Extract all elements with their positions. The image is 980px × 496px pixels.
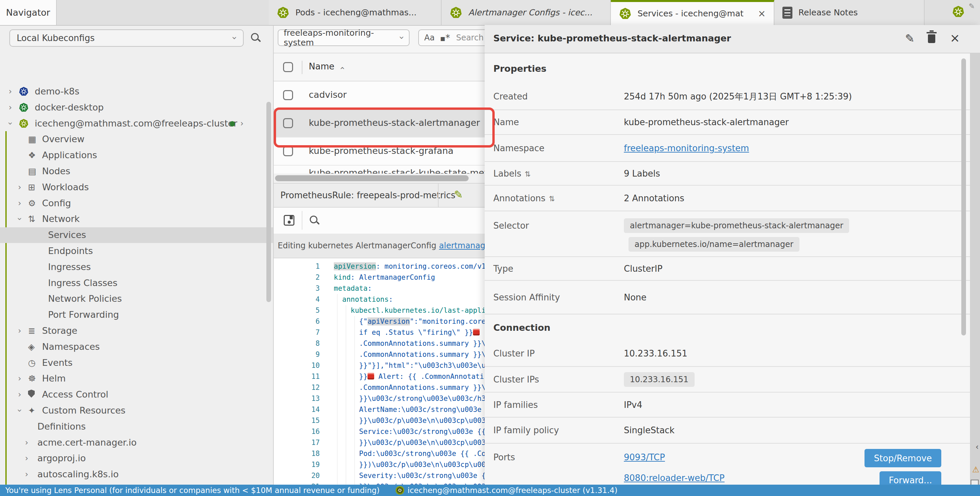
sort-toggle-icon[interactable]: ⇅	[525, 170, 531, 178]
edit-icon[interactable]: ✎	[905, 32, 915, 45]
chevron-right-icon[interactable]: ›	[9, 87, 12, 96]
sidebar-item-overview[interactable]: ▦Overview	[0, 132, 274, 147]
chevron-right-icon[interactable]: ›	[240, 119, 243, 128]
stop-remove-button[interactable]: Stop/Remove	[864, 449, 941, 467]
code-line[interactable]: 1apiVersion: monitoring.coreos.com/v1	[274, 261, 485, 272]
kubeconfig-select[interactable]: Local Kubeconfigs ›	[10, 29, 243, 47]
code-line[interactable]: 6 {"apiVersion":"monitoring.core	[274, 316, 485, 327]
breadcrumb-link[interactable]: alertmanager	[439, 241, 485, 250]
namespace-link[interactable]: freeleaps-monitoring-system	[624, 143, 749, 153]
sidebar-item-workloads[interactable]: ›⊞Workloads	[0, 180, 274, 195]
code-line[interactable]: 15 }}\u003c/p\u003e\n\u003cp\u003	[274, 415, 485, 426]
delete-icon[interactable]	[928, 34, 935, 43]
sidebar-scrollbar[interactable]	[266, 102, 271, 302]
kubernetes-icon-overflow-tab[interactable]	[952, 5, 965, 18]
tab-alertmanager-configs[interactable]: Alertmanager Configs - icec...	[442, 0, 611, 25]
sidebar-item-ingress-classes[interactable]: Ingress Classes	[0, 275, 274, 291]
sidebar-item-autoscaling-k8s-io[interactable]: ›autoscaling.k8s.io	[0, 467, 274, 482]
chevron-right-icon[interactable]: ›	[25, 438, 29, 447]
sidebar-item-endpoints[interactable]: Endpoints	[0, 243, 274, 259]
yaml-editor[interactable]: 1apiVersion: monitoring.coreos.com/v12ki…	[274, 258, 485, 485]
row-checkbox[interactable]	[283, 146, 293, 156]
sidebar-item-network[interactable]: ›⇅Network	[0, 211, 274, 227]
code-line[interactable]: 5 kubectl.kubernetes.io/last-appli	[274, 305, 485, 316]
warning-icon[interactable]: ⚠	[972, 465, 979, 474]
code-line[interactable]: 10 }}"}],"html":"\u003ch3\u003e\u	[274, 360, 485, 371]
search-icon[interactable]	[251, 33, 259, 41]
horizontal-scrollbar[interactable]	[274, 173, 485, 183]
sidebar-item-network-policies[interactable]: Network Policies	[0, 291, 274, 307]
sidebar-item-applications[interactable]: ❖Applications	[0, 148, 274, 163]
sidebar-item-acme-cert-manager-io[interactable]: ›acme.cert-manager.io	[0, 435, 274, 451]
chevron-down-icon[interactable]: ›	[6, 122, 15, 125]
tab-release-notes[interactable]: Release Notes	[775, 0, 924, 25]
sidebar-item-namespaces[interactable]: ◈Namespaces	[0, 339, 274, 355]
select-all-checkbox[interactable]	[283, 62, 293, 72]
code-line[interactable]: 2kind: AlertmanagerConfig	[274, 272, 485, 283]
code-line[interactable]: 21 }}\u003c/p\u003e\n\u003cp\u003	[274, 481, 485, 485]
code-line[interactable]: 7 if eq .Status \"firing\" }}	[274, 327, 485, 338]
forward-button[interactable]: Forward...	[880, 471, 941, 485]
chevron-right-icon[interactable]: ›	[25, 470, 29, 479]
search-input[interactable]	[455, 33, 485, 43]
sort-toggle-icon[interactable]: ⇅	[549, 195, 555, 203]
edit-pencil-icon[interactable]: ✎	[454, 188, 463, 201]
code-line[interactable]: 11 }} Alert: {{ .CommonAnnotati	[274, 371, 485, 382]
sidebar-item-docker-desktop[interactable]: ›docker-desktop	[0, 100, 274, 116]
chevron-right-icon[interactable]: ›	[25, 454, 29, 463]
save-icon[interactable]	[284, 215, 294, 226]
sidebar-item-helm[interactable]: ›☸Helm	[0, 371, 274, 386]
sidebar-item-demo-k8s[interactable]: ›demo-k8s	[0, 84, 274, 100]
sidebar-item-storage[interactable]: ›≣Storage	[0, 323, 274, 339]
name-column-header[interactable]: Name	[309, 61, 334, 72]
tab-pods[interactable]: Pods - icecheng@mathmas...	[269, 0, 442, 25]
code-line[interactable]: 9 .CommonAnnotations.summary }}\u	[274, 349, 485, 360]
sidebar-item-argoproj-io[interactable]: ›argoproj.io	[0, 451, 274, 466]
navigator-tab[interactable]: Navigator	[0, 0, 57, 25]
sidebar-item-icecheng-mathmast-com-freeleaps-cluster[interactable]: ›icecheng@mathmast.com@freeleaps-cluster…	[0, 116, 274, 132]
sidebar-item-port-forwarding[interactable]: Port Forwarding	[0, 307, 274, 323]
sidebar-item-events[interactable]: ◷Events	[0, 355, 274, 371]
row-checkbox[interactable]	[283, 90, 293, 100]
code-line[interactable]: 17 }}\u003c/p\u003e\n\u003cp\u003	[274, 437, 485, 448]
chevron-left-icon[interactable]: ‹	[975, 442, 978, 451]
sidebar-item-services[interactable]: Services	[0, 227, 274, 243]
chevron-right-icon[interactable]: ›	[18, 326, 21, 335]
sidebar-item-ingresses[interactable]: Ingresses	[0, 259, 274, 275]
editor-search-icon[interactable]	[310, 216, 317, 223]
code-line[interactable]: 8 .CommonAnnotations.summary }}\u	[274, 338, 485, 349]
table-row-kube-prometheus-stack-kube-state-metrics[interactable]: kube-prometheus-stack-kube-state-metrics	[274, 165, 485, 174]
active-cluster-status[interactable]: icecheng@mathmast.com@freeleaps-cluster …	[396, 486, 617, 494]
code-line[interactable]: 18 Pod:\u003c/strong\u003e {{ .Co	[274, 448, 485, 459]
regex-icon[interactable]: ▪*	[440, 32, 450, 43]
chevron-down-icon[interactable]: ›	[15, 409, 24, 412]
match-case-icon[interactable]: Aa	[424, 33, 434, 42]
chevron-right-icon[interactable]: ›	[18, 390, 21, 399]
code-line[interactable]: 12 .CommonAnnotations.summary }}\u	[274, 382, 485, 393]
sidebar-item-access-control[interactable]: ›Access Control	[0, 387, 274, 402]
code-line[interactable]: 13 }}\u003c/strong\u003e\u003c/h3	[274, 393, 485, 404]
chevron-right-icon[interactable]: ›	[18, 374, 21, 383]
drawer-scrollbar[interactable]	[961, 59, 966, 335]
close-drawer-icon[interactable]: ×	[950, 31, 960, 45]
chevron-right-icon[interactable]: ›	[9, 103, 12, 112]
namespace-select[interactable]: freeleaps-monitoring-system ›	[278, 29, 410, 46]
code-line[interactable]: 14 AlertName:\u003c/strong\u003e	[274, 404, 485, 415]
chevron-right-icon[interactable]: ›	[18, 199, 21, 208]
code-line[interactable]: 16 Service:\u003c/strong\u003e {{	[274, 426, 485, 437]
sidebar-item-definitions[interactable]: Definitions	[0, 419, 274, 435]
code-line[interactable]: 4 annotations:	[274, 294, 485, 305]
sidebar-item-nodes[interactable]: ▤Nodes	[0, 164, 274, 179]
tab-services[interactable]: Services - icecheng@math... ×	[611, 0, 775, 25]
table-row-cadvisor[interactable]: cadvisor	[274, 81, 485, 110]
scrollbar-thumb[interactable]	[275, 175, 469, 181]
sidebar-item-custom-resources[interactable]: ›✦Custom Resources	[0, 403, 274, 418]
chevron-right-icon[interactable]: ›	[18, 183, 21, 192]
sidebar-item-config[interactable]: ›⚙Config	[0, 196, 274, 211]
chevron-down-icon[interactable]: ›	[15, 218, 24, 221]
code-line[interactable]: 19 }})\u003c/p\u003e\n\u003cp\u00	[274, 459, 485, 470]
prometheusrule-label: PrometheusRule: freepeals-prod-metrics	[280, 190, 455, 200]
close-tab-icon[interactable]: ×	[758, 8, 766, 19]
code-line[interactable]: 3metadata:	[274, 283, 485, 294]
code-line[interactable]: 20 Severity:\u003c/strong\u003e {	[274, 470, 485, 481]
